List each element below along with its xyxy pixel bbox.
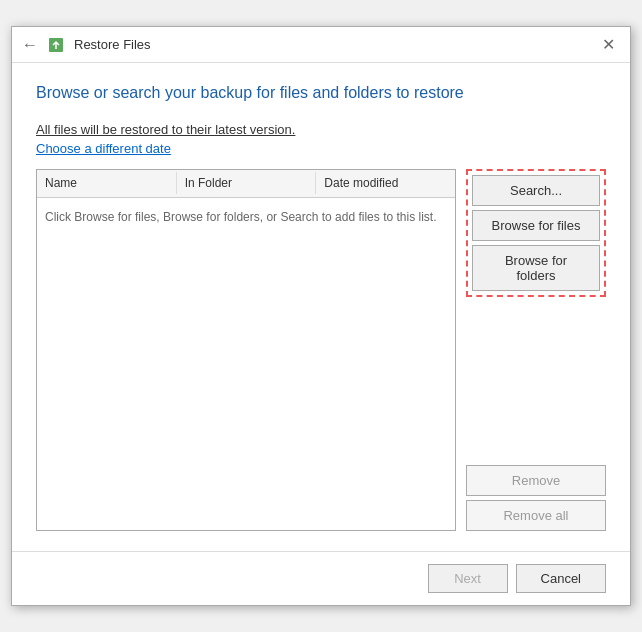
cancel-button[interactable]: Cancel (516, 564, 606, 593)
main-area: Name In Folder Date modified Click Brows… (36, 169, 606, 531)
main-content: Browse or search your backup for files a… (12, 63, 630, 551)
page-heading: Browse or search your backup for files a… (36, 83, 606, 104)
footer: Next Cancel (12, 551, 630, 605)
browse-folders-button[interactable]: Browse for folders (472, 245, 600, 291)
info-section: All files will be restored to their late… (36, 122, 606, 157)
action-buttons-group: Search... Browse for files Browse for fo… (466, 169, 606, 297)
col-header-name: Name (37, 172, 177, 194)
file-list-container: Name In Folder Date modified Click Brows… (36, 169, 456, 531)
info-text: All files will be restored to their late… (36, 122, 606, 137)
remove-all-button[interactable]: Remove all (466, 500, 606, 531)
title-bar-left: ← Restore Files (22, 35, 151, 55)
title-bar: ← Restore Files ✕ (12, 27, 630, 63)
file-list-header: Name In Folder Date modified (37, 170, 455, 198)
restore-files-window: ← Restore Files ✕ Browse or search your … (11, 26, 631, 606)
window-title: Restore Files (74, 37, 151, 52)
secondary-buttons: Remove Remove all (466, 465, 606, 531)
choose-date-link[interactable]: Choose a different date (36, 141, 171, 156)
browse-files-button[interactable]: Browse for files (472, 210, 600, 241)
back-arrow[interactable]: ← (22, 36, 38, 54)
file-list-body: Click Browse for files, Browse for folde… (37, 198, 455, 530)
col-header-date: Date modified (316, 172, 455, 194)
right-buttons: Search... Browse for files Browse for fo… (466, 169, 606, 531)
col-header-folder: In Folder (177, 172, 317, 194)
close-button[interactable]: ✕ (596, 33, 620, 57)
empty-hint: Click Browse for files, Browse for folde… (45, 210, 447, 224)
next-button[interactable]: Next (428, 564, 508, 593)
search-button[interactable]: Search... (472, 175, 600, 206)
remove-button[interactable]: Remove (466, 465, 606, 496)
restore-icon (46, 35, 66, 55)
